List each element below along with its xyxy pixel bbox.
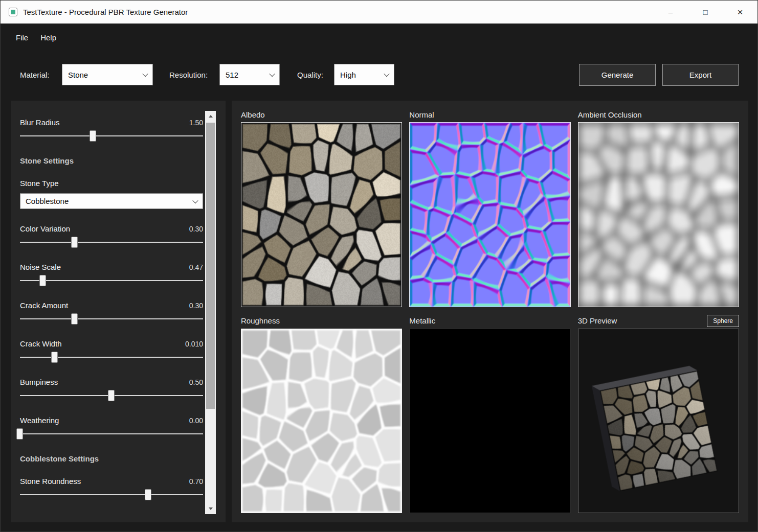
- slider-track[interactable]: [20, 351, 203, 364]
- slider-bumpiness: Bumpiness 0.50: [20, 378, 203, 402]
- material-value: Stone: [68, 71, 88, 79]
- slider-crack-width: Crack Width 0.010: [20, 339, 203, 364]
- export-button[interactable]: Export: [662, 64, 739, 86]
- roughness-image: [241, 329, 402, 514]
- close-button[interactable]: ×: [723, 1, 757, 24]
- slider-track-line: [20, 318, 203, 319]
- preview-label: Albedo: [241, 110, 265, 119]
- menubar: File Help: [1, 24, 757, 52]
- roughness-canvas: [241, 329, 402, 513]
- material-label: Material:: [20, 71, 50, 79]
- resolution-value: 512: [226, 71, 238, 79]
- chevron-down-icon: [192, 197, 198, 203]
- scroll-up-button[interactable]: [205, 111, 216, 122]
- titlebar[interactable]: TestTexture - Procedural PBR Texture Gen…: [1, 1, 757, 24]
- normal-canvas: [410, 123, 570, 307]
- stone-type-value: Cobblestone: [26, 197, 69, 205]
- slider-track-line: [20, 494, 203, 495]
- preview-card-normal: Normal: [409, 108, 570, 307]
- slider-label: Crack Amount: [20, 301, 68, 310]
- slider-weathering: Weathering 0.00: [20, 416, 203, 441]
- slider-value: 0.00: [189, 417, 203, 425]
- slider-thumb[interactable]: [71, 237, 78, 248]
- slider-label: Blur Radius: [20, 118, 60, 127]
- preview3d-canvas[interactable]: [578, 329, 739, 513]
- slider-label: Weathering: [20, 416, 59, 425]
- stone-type-select[interactable]: Cobblestone: [20, 193, 203, 209]
- slider-track-line: [20, 433, 203, 434]
- slider-value: 1.50: [189, 119, 203, 127]
- preview-label: Metallic: [409, 316, 435, 325]
- slider-thumb[interactable]: [39, 275, 46, 286]
- slider-color-variation: Color Variation 0.30: [20, 224, 203, 249]
- window-controls: – □ ×: [653, 1, 757, 24]
- slider-track[interactable]: [20, 389, 203, 402]
- albedo-canvas: [241, 123, 402, 307]
- slider-value: 0.50: [189, 378, 203, 386]
- preview-panel: Albedo Normal Ambient Occlusion Roughnes…: [232, 101, 748, 522]
- ambient-occlusion-image: [578, 122, 739, 307]
- slider-thumb[interactable]: [51, 352, 58, 363]
- slider-crack-amount: Crack Amount 0.30: [20, 301, 203, 326]
- cobblestone-settings-heading: Cobblestone Settings: [20, 454, 203, 465]
- menu-help[interactable]: Help: [34, 30, 62, 45]
- slider-value: 0.47: [189, 263, 203, 271]
- slider-track-line: [20, 242, 203, 243]
- app-icon-glyph: [11, 10, 15, 14]
- preview-label: Roughness: [241, 316, 280, 325]
- ao-canvas: [578, 123, 739, 307]
- slider-track[interactable]: [20, 274, 203, 287]
- menu-file[interactable]: File: [10, 30, 34, 45]
- slider-value: 0.30: [189, 225, 203, 233]
- triangle-down-icon: [209, 507, 213, 510]
- sphere-toggle-button[interactable]: Sphere: [707, 315, 739, 327]
- slider-label: Crack Width: [20, 339, 62, 348]
- slider-thumb[interactable]: [16, 428, 23, 440]
- preview-card-metallic: Metallic: [409, 314, 570, 514]
- app-window: TestTexture - Procedural PBR Texture Gen…: [0, 0, 758, 532]
- maximize-button[interactable]: □: [688, 1, 723, 24]
- slider-value: 0.30: [189, 302, 203, 310]
- scroll-down-button[interactable]: [205, 503, 216, 514]
- settings-content: Blur Radius 1.50 Stone Settings Stone Ty…: [20, 118, 203, 515]
- preview-card-ao: Ambient Occlusion: [578, 108, 739, 307]
- slider-label: Stone Roundness: [20, 477, 81, 485]
- slider-label: Color Variation: [20, 224, 70, 233]
- preview-label: Ambient Occlusion: [578, 110, 642, 119]
- slider-blur-radius: Blur Radius 1.50: [20, 118, 203, 143]
- slider-track-line: [20, 135, 203, 136]
- preview-card-albedo: Albedo: [241, 108, 402, 307]
- slider-value: 0.010: [185, 340, 203, 348]
- slider-thumb[interactable]: [71, 313, 78, 325]
- window-title: TestTexture - Procedural PBR Texture Gen…: [23, 8, 188, 16]
- preview-label: 3D Preview: [578, 316, 617, 325]
- slider-thumb[interactable]: [108, 390, 115, 401]
- slider-track[interactable]: [20, 488, 203, 501]
- resolution-select[interactable]: 512: [219, 64, 280, 85]
- minimize-button[interactable]: –: [653, 1, 688, 24]
- preview-grid: Albedo Normal Ambient Occlusion Roughnes…: [241, 108, 739, 513]
- slider-track[interactable]: [20, 427, 203, 441]
- preview-3d-viewport: [578, 329, 739, 514]
- quality-value: High: [340, 71, 356, 79]
- material-select[interactable]: Stone: [62, 64, 153, 85]
- preview-card-3d: 3D Preview Sphere: [578, 314, 739, 514]
- slider-thumb[interactable]: [90, 130, 96, 142]
- chevron-down-icon: [384, 71, 389, 77]
- app-icon: [9, 8, 17, 16]
- slider-track[interactable]: [20, 236, 203, 249]
- slider-stone-roundness: Stone Roundness 0.70: [20, 477, 203, 501]
- generate-button[interactable]: Generate: [579, 64, 656, 86]
- slider-label: Noise Scale: [20, 263, 61, 271]
- scrollbar-thumb[interactable]: [206, 123, 215, 409]
- toolbar: Material: Stone Resolution: 512 Quality:…: [1, 52, 757, 88]
- settings-scrollbar[interactable]: [205, 111, 216, 514]
- slider-track[interactable]: [20, 312, 203, 326]
- slider-thumb[interactable]: [145, 489, 151, 500]
- resolution-label: Resolution:: [169, 71, 208, 79]
- metallic-image: [409, 329, 570, 514]
- chevron-down-icon: [142, 71, 148, 77]
- slider-value: 0.70: [189, 477, 203, 485]
- quality-select[interactable]: High: [334, 64, 394, 85]
- slider-track[interactable]: [20, 129, 203, 143]
